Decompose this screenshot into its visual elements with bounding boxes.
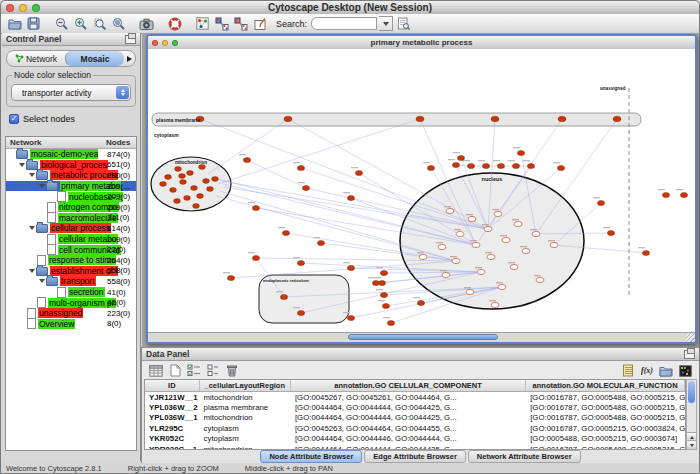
- zoom-selected-button[interactable]: [91, 16, 108, 32]
- attribute-table-button[interactable]: [148, 363, 164, 378]
- node-color-selection-group: Node color selection transporter activit…: [6, 75, 136, 107]
- search-dropdown-button[interactable]: [379, 16, 393, 31]
- table-row-ypl036w-1[interactable]: YPL036W__1mitochondrion[GO:0044464, GO:0…: [145, 413, 685, 423]
- tree-item-count: 558(0): [107, 277, 130, 286]
- control-panel-tabs: NetworkMosaic: [6, 50, 136, 67]
- tab-network-attribute-browser[interactable]: Network Attribute Browser: [468, 450, 581, 463]
- scroll-down-button[interactable]: [687, 440, 696, 449]
- table-row-ylr295c[interactable]: YLR295Ccytoplasm[GO:0045263, GO:0044464,…: [145, 423, 685, 433]
- colored-nodes-button[interactable]: [194, 16, 211, 32]
- matrix-button[interactable]: [677, 363, 693, 378]
- formula-button[interactable]: f(x): [639, 363, 655, 378]
- svg-text:endoplasmic reticulum: endoplasmic reticulum: [263, 278, 309, 283]
- tree-item-label: mosaic-demo-yeast: [30, 149, 98, 159]
- help-button[interactable]: [166, 16, 183, 32]
- tree-column-network[interactable]: Network: [10, 138, 42, 147]
- float-data-panel-icon[interactable]: [684, 350, 695, 359]
- tree-item-unassigned[interactable]: unassigned223(0): [6, 308, 136, 319]
- tree-expand-icon[interactable]: [28, 173, 36, 177]
- tree-item-mosaic-demo-yeast[interactable]: mosaic-demo-yeast874(0): [6, 149, 136, 160]
- network-canvas[interactable]: plasma membranecytoplasmmitochondrionnuc…: [148, 49, 695, 333]
- tree-item-establishment-of-lo[interactable]: establishment of lo558(0): [6, 266, 136, 277]
- tree-item-biological-process[interactable]: biological_process651(0): [6, 160, 136, 171]
- new-attribute-button[interactable]: [167, 363, 183, 378]
- camera-icon: [139, 17, 154, 31]
- vertical-scrollbar[interactable]: [686, 379, 697, 450]
- unselect-attributes-button[interactable]: [205, 363, 221, 378]
- tab-edge-attribute-browser[interactable]: Edge Attribute Browser: [364, 450, 465, 463]
- horizontal-scrollbar[interactable]: [148, 332, 695, 342]
- file-icon: [27, 308, 36, 319]
- tree-item-overview[interactable]: Overview8(0): [6, 319, 136, 330]
- tree-item-macromolecule[interactable]: macromolecule311(0): [6, 213, 136, 224]
- import-attributes-button[interactable]: [620, 363, 636, 378]
- open-session-button[interactable]: [6, 16, 23, 32]
- matrix-icon: [679, 365, 692, 377]
- table-row-ykr052c[interactable]: YKR052Ccytoplasm[GO:0044464, GO:0044446,…: [145, 434, 685, 444]
- tree-column-nodes[interactable]: Nodes: [106, 138, 130, 147]
- save-icon: [27, 17, 40, 30]
- zoom-fit-button[interactable]: [110, 16, 127, 32]
- column-header-cellularlayoutregion[interactable]: _cellularLayoutRegion: [200, 380, 291, 391]
- tree-item-metabolic-process[interactable]: metabolic process280(0): [6, 170, 136, 181]
- tree-item-nitrogen-compo[interactable]: nitrogen compo209(0): [6, 202, 136, 213]
- tree-item-cellular-metabo[interactable]: cellular metabo209(0): [6, 234, 136, 245]
- network-style-button-1[interactable]: [213, 16, 230, 32]
- window-title-bar[interactable]: Cytoscape Desktop (New Session): [1, 1, 699, 15]
- column-header-annotation-go-cellular-component[interactable]: annotation.GO CELLULAR_COMPONENT: [291, 380, 526, 391]
- tab-node-attribute-browser[interactable]: Node Attribute Browser: [260, 450, 362, 463]
- select-nodes-row: Select nodes: [9, 114, 133, 124]
- tree-expand-icon[interactable]: [38, 184, 46, 188]
- float-panel-icon[interactable]: [125, 35, 136, 44]
- select-attributes-button[interactable]: [186, 363, 202, 378]
- tree-item-cellular-process[interactable]: cellular process614(0): [6, 223, 136, 234]
- tab-mosaic[interactable]: Mosaic: [65, 51, 124, 66]
- tree-item-secretion[interactable]: secretion41(0): [6, 287, 136, 298]
- tab-network[interactable]: Network: [7, 51, 65, 66]
- select-nodes-checkbox[interactable]: [9, 114, 19, 124]
- horizontal-scrollbar-thumb[interactable]: [348, 334, 498, 340]
- tree-expand-icon[interactable]: [38, 279, 46, 283]
- network-style-icon-2: [234, 17, 248, 31]
- tree-expand-icon[interactable]: [28, 226, 36, 230]
- tree-expand-icon[interactable]: [18, 163, 26, 167]
- window-title: Cytoscape Desktop (New Session): [1, 2, 699, 13]
- tree-item-count: 22(0): [107, 245, 126, 254]
- network-window-title: primary metabolic process: [148, 38, 695, 47]
- delete-attribute-button[interactable]: [224, 363, 240, 378]
- tree-item-transport[interactable]: transport558(0): [6, 276, 136, 287]
- node-color-combobox[interactable]: transporter activity: [11, 84, 131, 101]
- zoom-out-button[interactable]: [53, 16, 70, 32]
- snapshot-button[interactable]: [138, 16, 155, 32]
- network-window-title-bar[interactable]: primary metabolic process: [148, 36, 695, 50]
- cell-molecular: [GO:0005488, GO:0005215, GO:0003674]: [526, 434, 685, 443]
- vertical-scrollbar-thumb[interactable]: [688, 381, 695, 403]
- help-ring-icon: [168, 17, 182, 31]
- data-panel-header: Data Panel: [142, 348, 699, 361]
- tree-item-nucleobase[interactable]: nucleobase-...209(0): [6, 191, 136, 202]
- tree-item-count: 311(0): [107, 213, 130, 222]
- save-session-button[interactable]: [25, 16, 42, 32]
- table-row-ypl036w-2[interactable]: YPL036W__2plasma membrane[GO:0044464, GO…: [145, 402, 685, 412]
- tree-item-response-to-stimulu[interactable]: response to stimulu264(0): [6, 255, 136, 266]
- tree-expand-icon[interactable]: [28, 269, 36, 273]
- tree-item-cell-communicat[interactable]: cell communicat22(0): [6, 244, 136, 255]
- network-tree: Network Nodes mosaic-demo-yeast874(0)bio…: [5, 136, 137, 451]
- edit-box-button[interactable]: [251, 16, 268, 32]
- open-attribute-file-button[interactable]: [658, 363, 674, 378]
- network-style-button-2[interactable]: [232, 16, 249, 32]
- tree-item-count: 280(0): [107, 171, 130, 180]
- resize-grip[interactable]: [686, 333, 695, 342]
- search-input[interactable]: [311, 17, 377, 30]
- tree-item-primary-metabo[interactable]: primary metabo209(...: [6, 181, 136, 192]
- advanced-search-button[interactable]: [395, 16, 412, 32]
- zoom-in-button[interactable]: [72, 16, 89, 32]
- svg-text:nucleus: nucleus: [482, 176, 503, 182]
- network-graph[interactable]: plasma membranecytoplasmmitochondrionnuc…: [148, 49, 695, 333]
- tree-item-multi-organism-pro[interactable]: multi-organism pro42(0): [6, 297, 136, 308]
- plasma-membrane-region[interactable]: [152, 113, 641, 126]
- tab-overflow-button[interactable]: [124, 56, 135, 62]
- column-header-annotation-go-molecular-function[interactable]: annotation.GO MOLECULAR_FUNCTION: [526, 380, 685, 391]
- column-header-id[interactable]: ID: [145, 380, 200, 391]
- table-row-yjr121w-1[interactable]: YJR121W__1mitochondrion[GO:0045267, GO:0…: [145, 392, 685, 402]
